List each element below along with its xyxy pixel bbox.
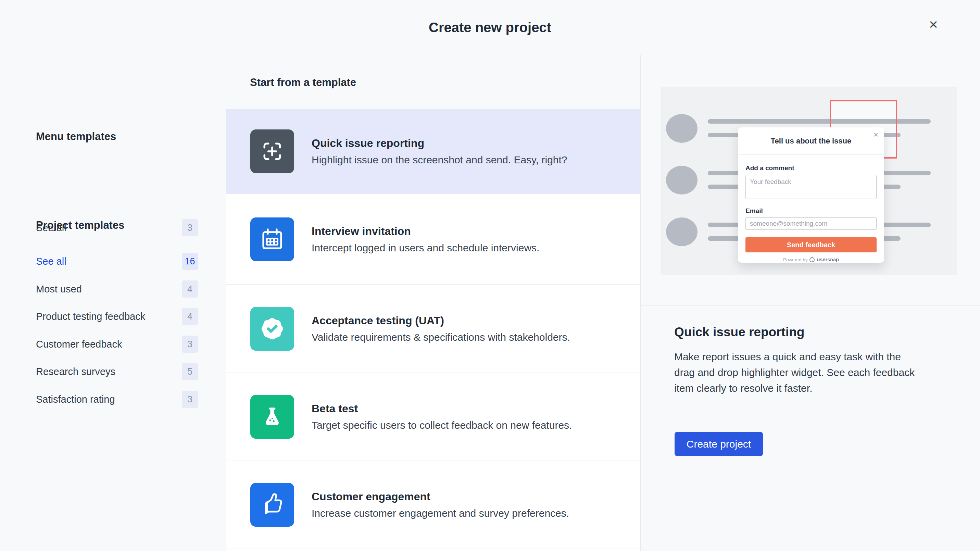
menu-templates-heading: Menu templates xyxy=(36,131,197,143)
usersnap-logo-icon xyxy=(810,257,815,262)
template-row-acceptance-testing[interactable]: Acceptance testing (UAT) Validate requir… xyxy=(226,285,640,373)
project-templates-heading: Project templates xyxy=(36,219,197,231)
create-project-modal: Create new project ✕ Menu templates See … xyxy=(0,0,980,551)
detail-description: Make report issues a quick and easy task… xyxy=(674,349,915,396)
sidebar-item-label: Most used xyxy=(36,283,82,295)
send-feedback-button[interactable]: Send feedback xyxy=(745,237,877,252)
widget-close-icon: ✕ xyxy=(873,131,879,139)
avatar-placeholder xyxy=(666,114,697,143)
feedback-widget-mockup: Tell us about the issue ✕ Add a comment … xyxy=(738,127,884,263)
sidebar-item-product-testing-feedback[interactable]: Product testing feedback 4 xyxy=(36,306,198,326)
template-preview-image: Tell us about the issue ✕ Add a comment … xyxy=(660,87,957,275)
sidebar-item-most-used[interactable]: Most used 4 xyxy=(36,279,198,299)
count-badge: 4 xyxy=(182,308,198,325)
email-field[interactable] xyxy=(745,217,877,230)
thumbs-up-icon xyxy=(250,483,294,527)
detail-heading: Quick issue reporting xyxy=(674,325,804,339)
flask-icon xyxy=(250,395,294,439)
template-description: Intercept logged in users and schedule i… xyxy=(312,242,539,254)
avatar-placeholder xyxy=(666,217,697,246)
template-name: Customer engagement xyxy=(312,490,569,503)
count-badge: 4 xyxy=(182,280,198,298)
template-description: Validate requirements & specifications w… xyxy=(312,331,570,343)
sidebar-item-label: See all xyxy=(36,256,67,267)
sidebar-item-see-all[interactable]: See all 16 xyxy=(36,252,198,271)
screenshot-plus-icon xyxy=(250,129,294,173)
template-description: Target specific users to collect feedbac… xyxy=(312,419,572,431)
panel-divider xyxy=(641,306,980,306)
count-badge: 3 xyxy=(182,336,198,353)
badge-check-icon xyxy=(250,307,294,351)
sidebar-item-satisfaction-rating[interactable]: Satisfaction rating 3 xyxy=(36,389,198,409)
template-list: Quick issue reporting Highlight issue on… xyxy=(226,109,640,551)
template-list-heading: Start from a template xyxy=(250,76,356,89)
email-label: Email xyxy=(745,207,877,215)
avatar-placeholder xyxy=(666,166,697,194)
brand-label: usersnap xyxy=(817,257,838,262)
sidebar-item-customer-feedback[interactable]: Customer feedback 3 xyxy=(36,334,198,354)
template-name: Beta test xyxy=(312,402,572,415)
calendar-icon xyxy=(250,217,294,261)
close-icon[interactable]: ✕ xyxy=(924,15,943,34)
text-placeholder-bar xyxy=(708,119,931,124)
template-row-customer-engagement[interactable]: Customer engagement Increase customer en… xyxy=(226,461,640,549)
comment-label: Add a comment xyxy=(745,164,877,172)
template-name: Acceptance testing (UAT) xyxy=(312,314,570,327)
sidebar-item-research-surveys[interactable]: Research surveys 5 xyxy=(36,361,198,382)
sidebar-item-label: Customer feedback xyxy=(36,339,122,350)
sidebar-item-label: Research surveys xyxy=(36,366,115,377)
template-row-beta-test[interactable]: Beta test Target specific users to colle… xyxy=(226,373,640,461)
template-row-interview-invitation[interactable]: Interview invitation Intercept logged in… xyxy=(226,194,640,285)
sidebar-item-label: Product testing feedback xyxy=(36,311,145,322)
page-title: Create new project xyxy=(0,0,980,55)
list-filler xyxy=(226,549,640,551)
template-name: Interview invitation xyxy=(312,225,539,238)
template-row-quick-issue-reporting[interactable]: Quick issue reporting Highlight issue on… xyxy=(226,109,640,194)
count-badge: 3 xyxy=(182,391,198,408)
modal-header: Create new project ✕ xyxy=(0,0,980,55)
create-project-button[interactable]: Create project xyxy=(675,432,763,456)
sidebar-item-label: Satisfaction rating xyxy=(36,394,115,405)
template-description: Increase customer engagement and survey … xyxy=(312,508,569,519)
powered-by-label: Powered by xyxy=(783,257,807,262)
count-badge: 5 xyxy=(182,363,198,380)
template-detail-panel: Tell us about the issue ✕ Add a comment … xyxy=(641,55,980,551)
sidebar: Menu templates See all 3 Project templat… xyxy=(0,55,226,551)
template-list-column: Start from a template Quick issue report… xyxy=(226,55,641,551)
feedback-textarea[interactable] xyxy=(745,175,877,199)
widget-title: Tell us about the issue xyxy=(738,127,884,155)
template-description: Highlight issue on the screenshot and se… xyxy=(312,154,567,166)
template-name: Quick issue reporting xyxy=(312,137,567,150)
count-badge: 16 xyxy=(182,253,198,270)
